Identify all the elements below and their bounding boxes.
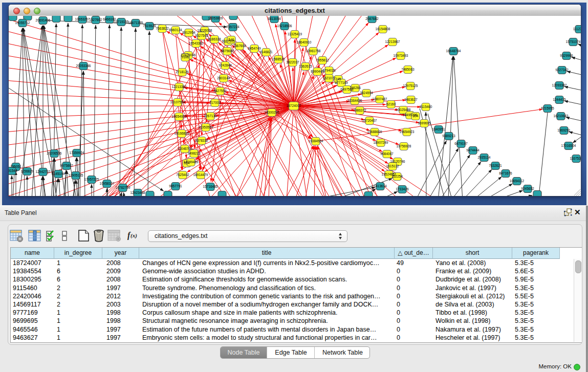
svg-text:1640951: 1640951	[432, 127, 445, 131]
svg-text:10107554: 10107554	[170, 100, 185, 104]
svg-text:9699695: 9699695	[418, 121, 431, 125]
svg-text:20053346: 20053346	[76, 64, 91, 68]
svg-text:8454749: 8454749	[248, 47, 261, 50]
svg-text:9327505: 9327505	[195, 34, 208, 37]
svg-text:1244415: 1244415	[553, 98, 566, 101]
svg-text:1167534: 1167534	[570, 157, 581, 160]
svg-text:7955812: 7955812	[316, 58, 329, 62]
svg-text:19654923: 19654923	[400, 130, 415, 134]
svg-text:16210643: 16210643	[554, 114, 569, 118]
svg-text:11325419: 11325419	[288, 32, 302, 36]
svg-text:16120746: 16120746	[390, 160, 405, 163]
svg-text:9242848: 9242848	[219, 63, 232, 67]
svg-text:8186328: 8186328	[208, 37, 221, 41]
svg-text:1145194: 1145194	[52, 172, 65, 176]
svg-text:8427552: 8427552	[213, 89, 227, 93]
svg-text:16914479: 16914479	[193, 173, 208, 177]
svg-text:7663822: 7663822	[156, 27, 169, 30]
svg-text:10807487: 10807487	[373, 97, 387, 101]
svg-text:3498222: 3498222	[187, 151, 201, 155]
svg-text:7515526: 7515526	[143, 24, 156, 28]
svg-text:1156829: 1156829	[21, 169, 34, 173]
svg-text:12923448: 12923448	[130, 191, 145, 194]
svg-text:3822037: 3822037	[286, 60, 299, 64]
svg-text:9329966: 9329966	[560, 54, 573, 57]
svg-text:1621072: 1621072	[322, 76, 336, 80]
svg-text:17016504: 17016504	[561, 144, 576, 147]
svg-text:10653267: 10653267	[75, 17, 90, 21]
svg-text:10958107: 10958107	[100, 182, 115, 185]
svg-text:8912954: 8912954	[182, 31, 195, 34]
svg-text:8215955: 8215955	[541, 106, 554, 110]
svg-text:3875685: 3875685	[221, 49, 234, 53]
svg-text:12942737: 12942737	[36, 170, 51, 173]
svg-text:12905135: 12905135	[69, 173, 83, 177]
svg-text:391544: 391544	[9, 169, 17, 172]
svg-text:15720407: 15720407	[362, 119, 377, 122]
svg-text:19654925: 19654925	[172, 115, 187, 118]
svg-text:7357224: 7357224	[226, 25, 239, 29]
svg-text:19055712: 19055712	[15, 21, 30, 25]
svg-text:20364436: 20364436	[347, 99, 362, 102]
svg-text:8471676: 8471676	[499, 171, 512, 175]
svg-text:804: 804	[413, 114, 419, 118]
svg-text:245: 245	[336, 77, 341, 81]
svg-text:12093387: 12093387	[552, 83, 567, 87]
svg-text:2718126: 2718126	[176, 70, 189, 74]
svg-text:15716485: 15716485	[203, 185, 218, 188]
svg-text:20691406: 20691406	[36, 18, 51, 22]
svg-text:2935114: 2935114	[478, 156, 491, 159]
svg-text:8378332: 8378332	[195, 139, 208, 142]
svg-text:17957225: 17957225	[84, 178, 99, 181]
svg-text:2087682: 2087682	[365, 17, 379, 20]
svg-text:1969291: 1969291	[557, 128, 571, 132]
svg-text:12213382: 12213382	[172, 85, 187, 89]
svg-text:(x): (x)	[130, 232, 137, 239]
svg-text:10688609: 10688609	[367, 130, 382, 134]
svg-text:9975867: 9975867	[60, 164, 73, 167]
svg-text:9389213: 9389213	[442, 134, 455, 138]
svg-text:14099489: 14099489	[184, 160, 199, 164]
svg-text:19384554: 19384554	[309, 139, 323, 143]
svg-text:252254: 252254	[391, 174, 403, 178]
svg-text:9115460: 9115460	[420, 105, 432, 108]
svg-text:9396: 9396	[182, 55, 189, 59]
svg-text:16154808: 16154808	[376, 27, 390, 31]
svg-text:11353594: 11353594	[199, 125, 213, 129]
svg-text:717003: 717003	[209, 101, 221, 104]
svg-text:10025488: 10025488	[396, 108, 411, 112]
svg-text:735051: 735051	[10, 165, 21, 168]
svg-text:1588520: 1588520	[272, 57, 285, 61]
svg-text:1615112: 1615112	[386, 164, 399, 168]
svg-text:2367608: 2367608	[233, 44, 246, 48]
svg-text:1413614: 1413614	[374, 184, 387, 188]
svg-text:10961758: 10961758	[306, 49, 321, 53]
svg-text:1527602: 1527602	[89, 18, 102, 21]
svg-text:20206536: 20206536	[47, 151, 62, 155]
svg-text:19218506: 19218506	[277, 24, 292, 28]
svg-text:62160: 62160	[386, 102, 396, 106]
svg-text:18724007: 18724007	[287, 104, 301, 107]
svg-text:6794028: 6794028	[322, 69, 336, 72]
svg-text:9084067: 9084067	[380, 152, 394, 156]
svg-text:10973493: 10973493	[394, 54, 408, 57]
svg-text:7485063: 7485063	[401, 68, 415, 71]
svg-text:3824554: 3824554	[360, 91, 373, 95]
svg-text:7632621: 7632621	[489, 164, 502, 167]
svg-text:7986372: 7986372	[353, 108, 366, 112]
svg-text:16648784: 16648784	[446, 49, 461, 53]
svg-text:9777169: 9777169	[335, 81, 348, 84]
svg-text:746266: 746266	[350, 86, 361, 90]
svg-text:7625402: 7625402	[176, 173, 189, 177]
svg-text:9474444: 9474444	[466, 148, 480, 152]
svg-text:9227342: 9227342	[555, 68, 569, 72]
svg-text:19756928: 19756928	[397, 144, 411, 148]
svg-text:19166829: 19166829	[175, 132, 189, 135]
svg-text:8960124: 8960124	[169, 28, 182, 32]
svg-text:3267130: 3267130	[204, 114, 217, 118]
svg-text:6479197: 6479197	[454, 142, 468, 145]
svg-text:18907249: 18907249	[374, 141, 388, 144]
svg-text:16782759: 16782759	[116, 186, 130, 189]
svg-text:10046766: 10046766	[178, 147, 192, 150]
svg-text:8813054: 8813054	[268, 17, 281, 20]
